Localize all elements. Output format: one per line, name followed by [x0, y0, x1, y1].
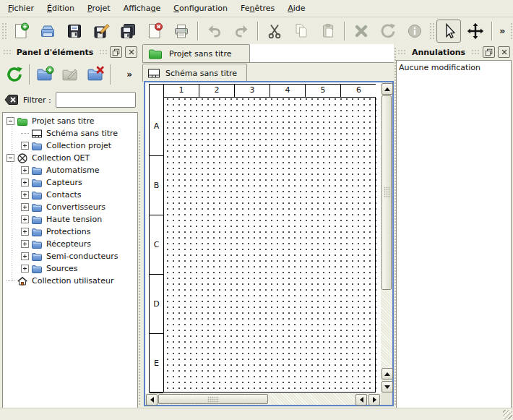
tree-item-label: Projet sans titre — [32, 116, 95, 126]
scroll-down-button[interactable] — [381, 381, 393, 393]
tree-item-haute-tension[interactable]: Haute tension — [3, 213, 137, 226]
expand-expander[interactable] — [21, 191, 29, 199]
expand-expander[interactable] — [21, 215, 29, 223]
panel-splitter[interactable] — [138, 131, 142, 406]
tree-item-sources[interactable]: Sources — [3, 262, 137, 275]
collapse-expander[interactable] — [7, 154, 14, 162]
tree-item-projet-sans-titre[interactable]: Projet sans titre — [3, 115, 137, 127]
menu-configuration[interactable]: Configuration — [167, 1, 234, 16]
scroll-left-button[interactable] — [146, 394, 158, 406]
tab-label: Schéma sans titre — [165, 69, 237, 78]
toolbar-handle[interactable] — [510, 22, 513, 40]
toolbar-overflow-button[interactable]: » — [496, 25, 508, 36]
scrollbar-corner — [381, 393, 392, 405]
move-mode-button[interactable] — [463, 20, 488, 43]
toolbar-handle[interactable] — [1, 22, 7, 40]
rotate-button[interactable] — [376, 20, 400, 43]
tree-item-capteurs[interactable]: Capteurs — [3, 176, 137, 189]
schema-tab-bar: Schéma sans titre — [142, 63, 394, 82]
clear-filter-icon[interactable] — [4, 94, 19, 106]
tab-schema-sans-titre[interactable]: Schéma sans titre — [142, 64, 247, 82]
expand-expander[interactable] — [21, 240, 29, 248]
resize-grip[interactable] — [503, 410, 512, 419]
tree-item-protections[interactable]: Protections — [3, 226, 137, 238]
tree-item-recepteurs[interactable]: Récepteurs — [3, 238, 137, 250]
expand-expander[interactable] — [21, 179, 29, 187]
close-dock-button[interactable] — [125, 46, 137, 58]
cut-button[interactable] — [262, 20, 287, 43]
tree-item-convertisseurs[interactable]: Convertisseurs — [3, 201, 137, 213]
folder-icon — [31, 140, 43, 152]
expand-expander[interactable] — [21, 228, 29, 236]
tree-item-automatisme[interactable]: Automatisme — [3, 164, 137, 176]
main-content: Panel d'éléments » Filtrer : Pro — [0, 44, 513, 408]
save-all-button[interactable] — [116, 20, 140, 43]
redo-button[interactable] — [229, 20, 254, 43]
horizontal-scroll-thumb[interactable] — [158, 394, 268, 404]
paste-button[interactable] — [316, 20, 340, 43]
vertical-scrollbar[interactable] — [381, 82, 392, 393]
new-document-button[interactable] — [9, 20, 33, 43]
tree-item-semi-conducteurs[interactable]: Semi-conducteurs — [3, 250, 137, 262]
tree-item-collection-qet[interactable]: Collection QET — [3, 152, 137, 164]
menu-fenetres[interactable]: Fenêtres — [234, 1, 281, 16]
tree-item-contacts[interactable]: Contacts — [3, 189, 137, 201]
new-category-button[interactable] — [34, 64, 56, 85]
select-mode-button[interactable] — [436, 20, 461, 43]
expand-expander[interactable] — [21, 203, 29, 211]
undo-list-item[interactable]: Aucune modification — [399, 62, 509, 74]
close-file-button[interactable] — [142, 20, 167, 43]
elements-panel-header[interactable]: Panel d'éléments — [1, 46, 139, 59]
print-button[interactable] — [169, 20, 194, 43]
panel-toolbar-overflow-button[interactable]: » — [126, 69, 132, 80]
scroll-right-button[interactable] — [368, 394, 380, 406]
save-as-button[interactable] — [89, 20, 113, 43]
filter-input[interactable] — [56, 92, 136, 108]
expand-expander[interactable] — [21, 166, 29, 174]
reload-collections-button[interactable] — [4, 64, 25, 85]
filter-row: Filtrer : — [1, 90, 139, 109]
expand-expander[interactable] — [21, 142, 29, 150]
expand-expander[interactable] — [21, 252, 29, 260]
delete-button[interactable] — [349, 20, 374, 43]
delete-category-button[interactable] — [85, 64, 106, 85]
copy-button[interactable] — [289, 20, 314, 43]
open-project-button[interactable] — [35, 20, 60, 43]
collapse-expander[interactable] — [7, 117, 14, 125]
tree-item-collection-projet[interactable]: Collection projet — [3, 140, 137, 152]
float-dock-button[interactable] — [110, 46, 122, 58]
float-dock-button[interactable] — [483, 46, 495, 58]
print-icon — [173, 22, 190, 40]
tree-item-collection-utilisateur[interactable]: Collection utilisateur — [3, 275, 137, 287]
undo-icon — [206, 22, 223, 40]
undo-button[interactable] — [202, 20, 227, 43]
menu-edition[interactable]: Édition — [40, 1, 81, 16]
menu-aide[interactable]: Aide — [281, 1, 311, 16]
scroll-left-button[interactable] — [355, 394, 367, 406]
undo-history-list[interactable]: Aucune modification — [396, 60, 512, 408]
horizontal-scroll-track[interactable] — [158, 393, 355, 405]
tab-projet-sans-titre[interactable]: Projet sans titre — [142, 44, 250, 62]
save-button[interactable] — [62, 20, 87, 43]
horizontal-scrollbar[interactable] — [145, 393, 381, 405]
edit-category-button[interactable] — [59, 64, 81, 85]
scroll-up-button[interactable] — [381, 368, 393, 380]
scroll-up-button[interactable] — [381, 83, 393, 95]
vertical-scroll-thumb[interactable] — [381, 95, 392, 290]
paste-icon — [319, 22, 337, 40]
tree-item-schema-sans-titre[interactable]: Schéma sans titre — [3, 127, 137, 140]
close-file-icon — [146, 22, 163, 40]
toolbar-handle[interactable] — [429, 22, 434, 40]
diagram-viewport[interactable]: 1 2 3 4 5 6 A B C D E — [145, 82, 381, 393]
close-dock-button[interactable] — [498, 46, 510, 58]
down-arrow-icon — [384, 385, 390, 389]
diagram-view[interactable]: 1 2 3 4 5 6 A B C D E — [144, 81, 394, 406]
vertical-scroll-track[interactable] — [381, 95, 392, 367]
expand-expander[interactable] — [21, 265, 29, 273]
menu-affichage[interactable]: Affichage — [117, 1, 168, 16]
menu-fichier[interactable]: Fichier — [1, 1, 40, 16]
menu-projet[interactable]: Projet — [81, 1, 117, 16]
undo-panel-header[interactable]: Annulations — [396, 46, 512, 59]
undo-panel-title: Annulations — [409, 48, 468, 57]
element-information-button[interactable] — [402, 20, 427, 43]
